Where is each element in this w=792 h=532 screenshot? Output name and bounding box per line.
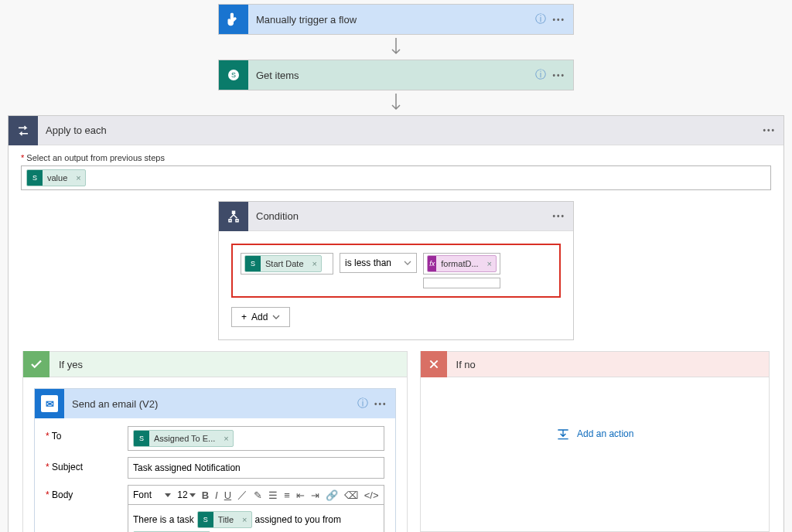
- help-icon[interactable]: ⓘ: [535, 68, 546, 82]
- output-input[interactable]: S value ×: [21, 165, 771, 190]
- bullet-button[interactable]: ☰: [268, 489, 278, 501]
- manual-trigger-icon: [219, 5, 248, 34]
- startdate-token[interactable]: S Start Date ×: [244, 255, 322, 272]
- indent-button[interactable]: ⇥: [311, 489, 319, 501]
- value-token[interactable]: S value ×: [26, 169, 86, 186]
- condition-header[interactable]: Condition •••: [219, 202, 573, 231]
- title-token[interactable]: STitle×: [197, 511, 252, 528]
- to-label: To: [46, 426, 128, 442]
- color-button[interactable]: ／: [237, 488, 248, 502]
- if-yes-header[interactable]: If yes: [22, 351, 408, 377]
- more-menu-icon[interactable]: •••: [374, 400, 387, 408]
- underline-button[interactable]: U: [224, 489, 231, 501]
- remove-token-icon[interactable]: ×: [238, 515, 251, 524]
- condition-left-field[interactable]: S Start Date ×: [241, 253, 333, 275]
- getitems-header[interactable]: S Get items ⓘ •••: [219, 60, 573, 90]
- remove-token-icon[interactable]: ×: [72, 173, 84, 182]
- operator-select[interactable]: is less than: [340, 253, 417, 273]
- add-action-button[interactable]: Add an action: [432, 427, 758, 441]
- outdent-button[interactable]: ⇤: [296, 489, 305, 501]
- email-title: Send an email (V2): [64, 398, 357, 410]
- getitems-title: Get items: [248, 70, 535, 81]
- remove-token-icon[interactable]: ×: [483, 259, 496, 268]
- number-button[interactable]: ≡: [284, 489, 290, 501]
- body-label: Body: [46, 485, 128, 500]
- more-menu-icon[interactable]: •••: [552, 15, 565, 24]
- condition-row: S Start Date × is less than fx: [231, 244, 561, 298]
- remove-token-icon[interactable]: ×: [220, 434, 232, 443]
- check-icon: [23, 351, 50, 377]
- more-menu-icon[interactable]: •••: [763, 126, 776, 135]
- sharepoint-icon: S: [219, 60, 248, 90]
- italic-button[interactable]: I: [215, 489, 218, 501]
- loop-icon: [9, 116, 38, 145]
- help-icon[interactable]: ⓘ: [357, 397, 368, 411]
- trigger-header[interactable]: Manually trigger a flow ⓘ •••: [219, 5, 573, 34]
- rte-toolbar: Font 12 B I U ／ ✎ ☰ ≡: [128, 485, 384, 505]
- to-field[interactable]: S Assigned To E... ×: [128, 426, 384, 451]
- clear-button[interactable]: ⌫: [344, 489, 358, 501]
- subject-field[interactable]: Task assigned Notification: [128, 457, 384, 479]
- assignedto-token[interactable]: S Assigned To E... ×: [133, 430, 234, 447]
- link-button[interactable]: 🔗: [326, 489, 338, 501]
- apply-header[interactable]: Apply to each •••: [9, 116, 783, 145]
- trigger-title: Manually trigger a flow: [248, 14, 535, 26]
- output-label: Select an output from previous steps: [21, 153, 771, 162]
- more-menu-icon[interactable]: •••: [552, 212, 565, 220]
- help-icon[interactable]: ⓘ: [535, 12, 546, 26]
- more-menu-icon[interactable]: •••: [552, 71, 565, 80]
- close-icon: [421, 351, 447, 377]
- plus-icon: +: [241, 312, 247, 322]
- code-button[interactable]: </>: [364, 489, 379, 501]
- condition-title: Condition: [248, 210, 552, 222]
- subject-label: Subject: [46, 457, 128, 472]
- outlook-icon: ✉: [35, 389, 64, 418]
- font-select[interactable]: Font: [133, 489, 171, 500]
- add-condition-button[interactable]: + Add: [231, 307, 290, 327]
- condition-icon: [219, 202, 248, 231]
- formatdate-token[interactable]: fx formatD... ×: [427, 255, 497, 272]
- bold-button[interactable]: B: [202, 489, 209, 501]
- remove-token-icon[interactable]: ×: [309, 259, 321, 268]
- if-no-header[interactable]: If no: [420, 351, 770, 377]
- condition-extra-field[interactable]: [423, 278, 500, 288]
- condition-right-field[interactable]: fx formatD... ×: [423, 253, 500, 275]
- body-field[interactable]: There is a task STitle× assigned to you …: [128, 505, 384, 532]
- highlight-button[interactable]: ✎: [254, 489, 262, 501]
- email-header[interactable]: ✉ Send an email (V2) ⓘ •••: [35, 389, 395, 418]
- apply-title: Apply to each: [38, 124, 763, 136]
- fontsize-select[interactable]: 12: [177, 489, 195, 500]
